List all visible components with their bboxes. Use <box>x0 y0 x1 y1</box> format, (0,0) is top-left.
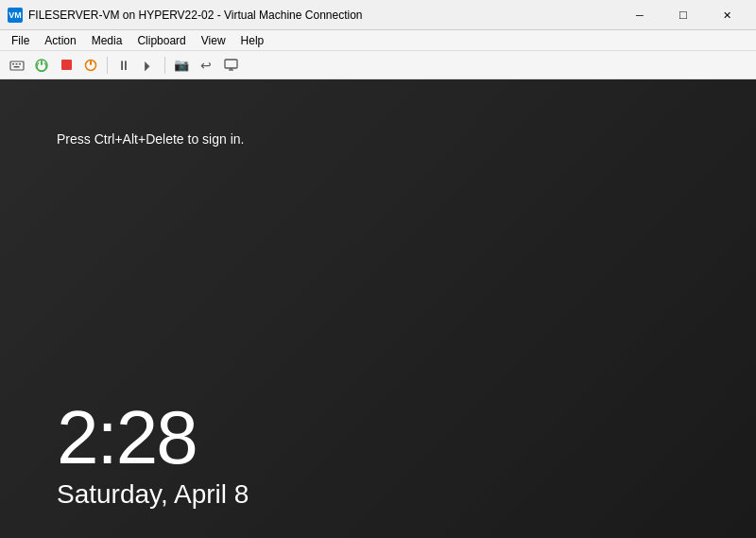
maximize-icon <box>679 8 687 22</box>
enhanced-session-button[interactable] <box>219 54 242 77</box>
svg-rect-4 <box>14 66 20 68</box>
shutdown-icon <box>84 59 97 72</box>
menu-clipboard[interactable]: Clipboard <box>129 32 193 49</box>
ctrl-alt-del-button[interactable] <box>6 54 28 77</box>
svg-rect-0 <box>10 61 24 70</box>
menu-media[interactable]: Media <box>84 32 130 49</box>
sign-in-prompt: Press Ctrl+Alt+Delete to sign in. <box>57 131 244 147</box>
app-icon: VM <box>8 8 23 23</box>
power-icon <box>35 59 48 72</box>
resume-vm-button[interactable]: ⏵ <box>137 54 160 77</box>
screenshot-button[interactable]: 📷 <box>170 54 193 77</box>
menu-help[interactable]: Help <box>233 32 272 49</box>
svg-rect-2 <box>16 63 18 65</box>
stop-icon <box>60 59 73 71</box>
toolbar-separator-2 <box>164 57 165 74</box>
monitor-icon <box>224 58 238 72</box>
bottom-info: 2:28 Saturday, April 8 <box>57 400 249 510</box>
svg-rect-10 <box>225 60 237 68</box>
minimize-icon <box>636 9 644 22</box>
toolbar-separator-1 <box>107 57 108 74</box>
close-icon <box>723 9 731 22</box>
title-bar: VM FILESERVER-VM on HYPERV22-02 - Virtua… <box>0 0 756 30</box>
close-button[interactable] <box>705 0 748 30</box>
toolbar: ⏸ ⏵ 📷 ↩ <box>0 51 756 79</box>
stop-vm-button[interactable] <box>55 54 77 77</box>
lock-screen: Press Ctrl+Alt+Delete to sign in. 2:28 S… <box>0 79 756 538</box>
pause-vm-button[interactable]: ⏸ <box>112 54 135 77</box>
window-controls <box>618 0 748 30</box>
svg-rect-3 <box>19 63 21 65</box>
svg-rect-9 <box>90 61 92 65</box>
svg-rect-7 <box>61 60 72 70</box>
maximize-button[interactable] <box>662 0 705 30</box>
keyboard-icon <box>9 58 25 73</box>
menu-bar: File Action Media Clipboard View Help <box>0 30 756 51</box>
clock-time: 2:28 <box>57 400 249 476</box>
svg-rect-1 <box>12 63 14 65</box>
svg-rect-6 <box>41 61 43 65</box>
menu-file[interactable]: File <box>4 32 37 49</box>
menu-action[interactable]: Action <box>37 32 83 49</box>
start-vm-button[interactable] <box>30 54 53 77</box>
minimize-button[interactable] <box>618 0 662 30</box>
vm-viewport[interactable]: Press Ctrl+Alt+Delete to sign in. 2:28 S… <box>0 79 756 538</box>
clock-date: Saturday, April 8 <box>57 479 249 510</box>
window-title: FILESERVER-VM on HYPERV22-02 - Virtual M… <box>28 9 618 22</box>
menu-view[interactable]: View <box>194 32 233 49</box>
revert-button[interactable]: ↩ <box>195 54 217 77</box>
shutdown-vm-button[interactable] <box>79 54 102 77</box>
